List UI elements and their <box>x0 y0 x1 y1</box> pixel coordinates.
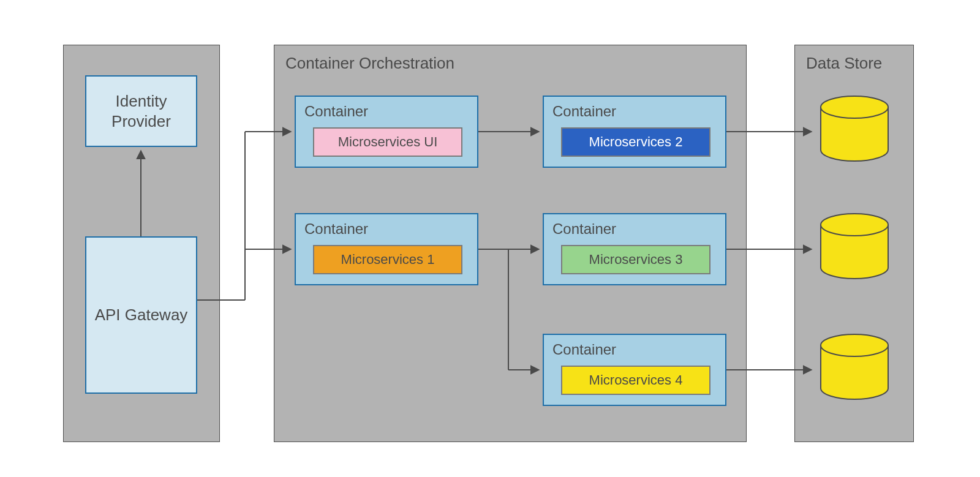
api-gateway-label: API Gateway <box>95 305 188 325</box>
microservice-1: Microservices 1 <box>313 245 462 274</box>
microservice-3: Microservices 3 <box>561 245 710 274</box>
container-2: Container Microservices 2 <box>543 96 726 168</box>
microservice-1-label: Microservices 1 <box>341 252 435 268</box>
microservice-ui-label: Microservices UI <box>338 134 438 150</box>
identity-provider-label: Identity Provider <box>111 91 171 131</box>
orchestration-title: Container Orchestration <box>274 45 746 73</box>
container-1: Container Microservices 1 <box>295 213 478 285</box>
microservice-2-label: Microservices 2 <box>589 134 683 150</box>
microservice-4: Microservices 4 <box>561 366 710 395</box>
data-store-title: Data Store <box>795 45 913 73</box>
container-ui-title: Container <box>296 97 477 120</box>
microservice-4-label: Microservices 4 <box>589 372 683 388</box>
identity-provider-box: Identity Provider <box>85 75 197 147</box>
container-4-title: Container <box>544 335 725 358</box>
api-gateway-box: API Gateway <box>85 236 197 394</box>
container-ui: Container Microservices UI <box>295 96 478 168</box>
diagram-canvas: Identity Provider API Gateway Container … <box>0 0 980 477</box>
microservice-3-label: Microservices 3 <box>589 252 683 268</box>
container-4: Container Microservices 4 <box>543 334 726 406</box>
container-3: Container Microservices 3 <box>543 213 726 285</box>
container-2-title: Container <box>544 97 725 120</box>
microservice-ui: Microservices UI <box>313 127 462 157</box>
microservice-2: Microservices 2 <box>561 127 710 157</box>
data-store-panel: Data Store <box>794 45 914 442</box>
container-3-title: Container <box>544 214 725 238</box>
container-1-title: Container <box>296 214 477 238</box>
